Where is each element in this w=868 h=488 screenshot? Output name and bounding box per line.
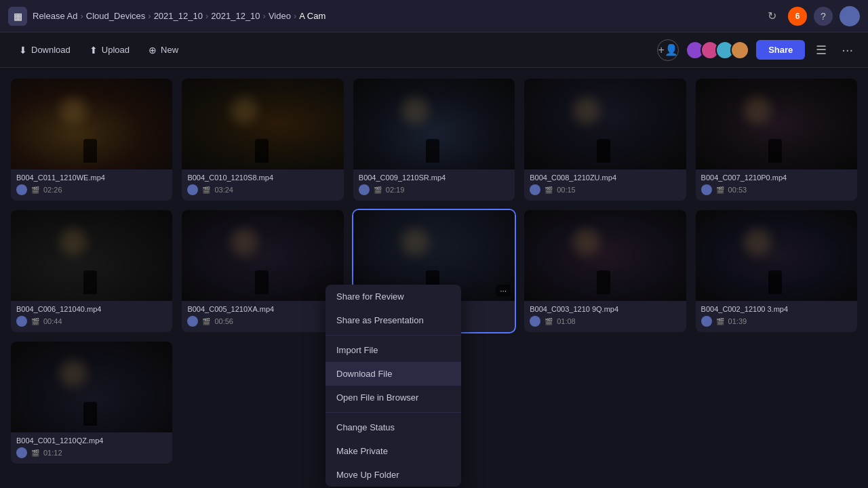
video-meta: 🎬 03:24: [187, 184, 338, 195]
author-avatar: [701, 316, 712, 327]
breadcrumb: Release Ad › Cloud_Devices › 2021_12_10 …: [33, 11, 326, 21]
menu-item-share-presentation[interactable]: Share as Presentation: [326, 308, 461, 332]
video-card[interactable]: ··· B004_C005_1210XA.mp4 🎬 00:56: [182, 210, 343, 332]
author-avatar: [530, 316, 540, 327]
video-info: B004_C007_1210P0.mp4 🎬 00:53: [696, 169, 857, 201]
video-duration: 00:53: [728, 186, 747, 194]
video-card[interactable]: ··· B004_C001_1210QZ.mp4 🎬 01:12: [11, 342, 172, 464]
video-info: B004_C001_1210QZ.mp4 🎬 01:12: [11, 432, 172, 464]
add-user-button[interactable]: +👤: [657, 39, 679, 61]
list-view-button[interactable]: ☰: [812, 40, 831, 60]
share-button[interactable]: Share: [756, 40, 805, 60]
help-button[interactable]: ?: [814, 7, 833, 26]
video-meta: 🎬 02:26: [16, 184, 167, 195]
video-info: B004_C005_1210XA.mp4 🎬 00:56: [182, 301, 343, 332]
author-avatar: [187, 184, 198, 195]
menu-item-share-review[interactable]: Share for Review: [326, 285, 461, 308]
context-menu: Share for ReviewShare as PresentationImp…: [326, 285, 461, 487]
video-thumbnail: ···: [11, 210, 172, 301]
breadcrumb-current: A Cam: [299, 11, 326, 21]
video-info: B004_C006_121040.mp4 🎬 00:44: [11, 301, 172, 332]
breadcrumb-item[interactable]: Release Ad: [33, 11, 78, 21]
video-card[interactable]: ··· B004_C011_1210WE.mp4 🎬 02:26: [11, 79, 172, 201]
more-icon[interactable]: ···: [496, 285, 511, 297]
video-meta: 🎬 00:15: [530, 184, 680, 195]
toolbar-right: +👤 Share ☰ ···: [657, 39, 857, 61]
menu-divider: [326, 335, 461, 336]
video-thumbnail: ···: [353, 79, 515, 169]
video-thumbnail: ···: [696, 210, 857, 301]
breadcrumb-item[interactable]: Video: [269, 11, 291, 21]
collaborator-avatar: [730, 41, 749, 60]
avatars-group: [686, 41, 749, 60]
video-thumbnail: ···: [696, 79, 857, 169]
video-card[interactable]: ··· B004_C002_12100 3.mp4 🎬 01:39: [696, 210, 857, 332]
video-info: B004_C011_1210WE.mp4 🎬 02:26: [11, 169, 172, 201]
video-filename: B004_C005_1210XA.mp4: [187, 305, 338, 313]
video-card[interactable]: ··· B004_C007_1210P0.mp4 🎬 00:53: [696, 79, 857, 201]
new-button[interactable]: ⊕ New: [140, 41, 186, 60]
video-filename: B004_C007_1210P0.mp4: [701, 174, 852, 182]
download-icon: ⬇: [19, 45, 27, 56]
video-duration: 02:26: [43, 186, 62, 194]
menu-item-make-private[interactable]: Make Private: [326, 439, 461, 463]
top-bar: ▦ Release Ad › Cloud_Devices › 2021_12_1…: [0, 0, 868, 33]
video-icon: 🎬: [716, 186, 724, 194]
video-duration: 01:08: [557, 317, 576, 325]
video-card[interactable]: ··· B004_C003_1210 9Q.mp4 🎬 01:08: [524, 210, 686, 332]
more-options-button[interactable]: ···: [837, 39, 857, 60]
video-info: B004_C009_1210SR.mp4 🎬 02:19: [353, 169, 515, 201]
notification-badge[interactable]: 6: [788, 7, 807, 26]
breadcrumb-item[interactable]: Cloud_Devices: [86, 11, 145, 21]
download-button[interactable]: ⬇ Download: [11, 41, 79, 60]
video-filename: B004_C011_1210WE.mp4: [16, 174, 167, 182]
video-icon: 🎬: [545, 318, 553, 325]
video-filename: B004_C010_1210S8.mp4: [187, 174, 338, 182]
video-meta: 🎬 00:53: [701, 184, 852, 195]
video-thumbnail: ···: [524, 79, 686, 169]
menu-item-open-browser[interactable]: Open File in Browser: [326, 386, 461, 409]
video-filename: B004_C006_121040.mp4: [16, 305, 167, 313]
toolbar: ⬇ Download ⬆ Upload ⊕ New +👤 Share ☰ ···: [0, 33, 868, 68]
refresh-button[interactable]: ↻: [762, 7, 781, 26]
video-duration: 02:19: [386, 186, 405, 194]
video-card[interactable]: ··· B004_C006_121040.mp4 🎬 00:44: [11, 210, 172, 332]
video-icon: 🎬: [202, 318, 210, 325]
avatar[interactable]: [840, 6, 860, 26]
video-duration: 01:39: [728, 317, 747, 325]
author-avatar: [530, 184, 540, 195]
video-thumbnail: ···: [11, 342, 172, 432]
new-icon: ⊕: [149, 45, 157, 56]
video-duration: 00:44: [43, 317, 62, 325]
menu-item-download-file[interactable]: Download File: [326, 362, 461, 386]
video-icon: 🎬: [716, 318, 724, 325]
menu-item-change-status[interactable]: Change Status: [326, 415, 461, 439]
video-card[interactable]: ··· B004_C009_1210SR.mp4 🎬 02:19: [353, 79, 515, 201]
breadcrumb-item[interactable]: 2021_12_10: [154, 11, 203, 21]
app-icon[interactable]: ▦: [8, 7, 27, 26]
menu-item-import-file[interactable]: Import File: [326, 338, 461, 362]
video-info: B004_C008_1210ZU.mp4 🎬 00:15: [524, 169, 686, 201]
video-meta: 🎬 00:56: [187, 316, 338, 327]
video-meta: 🎬 00:44: [16, 316, 167, 327]
video-meta: 🎬 02:19: [359, 184, 509, 195]
video-card[interactable]: ··· B004_C008_1210ZU.mp4 🎬 00:15: [524, 79, 686, 201]
video-icon: 🎬: [31, 449, 39, 457]
video-filename: B004_C003_1210 9Q.mp4: [530, 305, 680, 313]
video-icon: 🎬: [202, 186, 210, 194]
breadcrumb-item[interactable]: 2021_12_10: [211, 11, 260, 21]
video-duration: 00:56: [214, 317, 233, 325]
upload-button[interactable]: ⬆ Upload: [81, 41, 138, 60]
main-content: ··· B004_C011_1210WE.mp4 🎬 02:26 ··· B00…: [0, 68, 868, 488]
video-filename: B004_C001_1210QZ.mp4: [16, 436, 167, 445]
menu-item-move-up[interactable]: Move Up Folder: [326, 463, 461, 487]
video-duration: 01:12: [43, 449, 62, 457]
video-meta: 🎬 01:39: [701, 316, 852, 327]
author-avatar: [359, 184, 370, 195]
author-avatar: [16, 316, 27, 327]
video-info: B004_C010_1210S8.mp4 🎬 03:24: [182, 169, 343, 201]
video-filename: B004_C008_1210ZU.mp4: [530, 174, 680, 182]
video-card[interactable]: ··· B004_C010_1210S8.mp4 🎬 03:24: [182, 79, 343, 201]
video-icon: 🎬: [31, 318, 39, 325]
video-icon: 🎬: [545, 186, 553, 194]
